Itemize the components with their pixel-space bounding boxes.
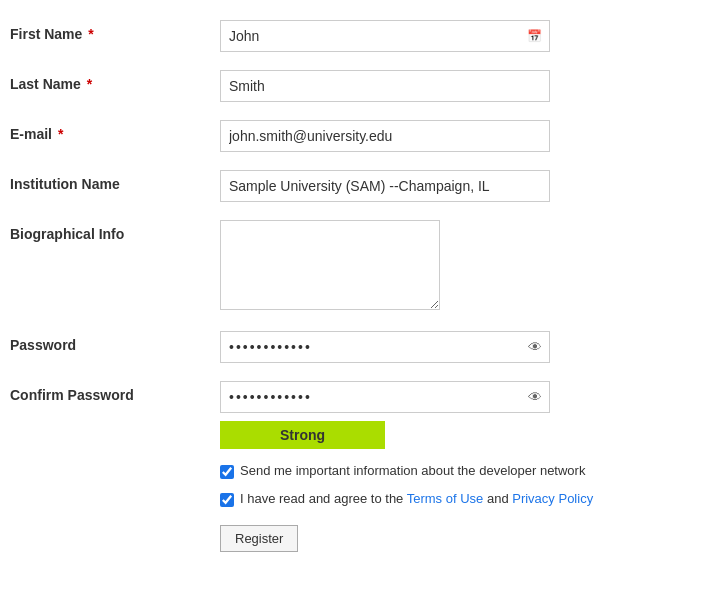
terms-link[interactable]: Terms of Use: [407, 491, 484, 506]
first-name-field: 📅: [220, 20, 706, 52]
institution-input[interactable]: [220, 170, 550, 202]
bio-row: Biographical Info: [10, 220, 706, 313]
register-button-wrapper: Register: [220, 519, 706, 552]
eye-icon[interactable]: 👁: [528, 339, 542, 355]
required-star: *: [84, 26, 93, 42]
eye-icon-2[interactable]: 👁: [528, 389, 542, 405]
required-star-2: *: [83, 76, 92, 92]
confirm-password-row: Confirm Password 👁 Strong Send me import…: [10, 381, 706, 552]
registration-form: First Name * 📅 Last Name * E-mail * Inst…: [10, 20, 706, 552]
confirm-password-field: 👁 Strong Send me important information a…: [220, 381, 706, 552]
newsletter-checkbox-row: Send me important information about the …: [220, 463, 706, 479]
email-label: E-mail *: [10, 120, 220, 142]
email-field: [220, 120, 706, 152]
register-button[interactable]: Register: [220, 525, 298, 552]
last-name-input[interactable]: [220, 70, 550, 102]
confirm-password-input[interactable]: [220, 381, 550, 413]
password-row: Password 👁: [10, 331, 706, 363]
first-name-row: First Name * 📅: [10, 20, 706, 52]
email-row: E-mail *: [10, 120, 706, 152]
institution-row: Institution Name: [10, 170, 706, 202]
newsletter-label: Send me important information about the …: [240, 463, 585, 478]
required-star-3: *: [54, 126, 63, 142]
bio-label: Biographical Info: [10, 220, 220, 242]
privacy-link[interactable]: Privacy Policy: [512, 491, 593, 506]
email-input[interactable]: [220, 120, 550, 152]
checkboxes-section: Send me important information about the …: [220, 463, 706, 552]
confirm-password-label: Confirm Password: [10, 381, 220, 403]
newsletter-checkbox[interactable]: [220, 465, 234, 479]
password-label: Password: [10, 331, 220, 353]
bio-textarea[interactable]: [220, 220, 440, 310]
last-name-row: Last Name *: [10, 70, 706, 102]
calendar-icon: 📅: [527, 29, 542, 43]
password-strength-bar: Strong: [220, 421, 385, 449]
first-name-label: First Name *: [10, 20, 220, 42]
password-input[interactable]: [220, 331, 550, 363]
bio-field: [220, 220, 706, 313]
first-name-input[interactable]: [220, 20, 550, 52]
password-field: 👁: [220, 331, 706, 363]
institution-label: Institution Name: [10, 170, 220, 192]
last-name-field: [220, 70, 706, 102]
institution-field: [220, 170, 706, 202]
terms-label: I have read and agree to the Terms of Us…: [240, 491, 593, 506]
last-name-label: Last Name *: [10, 70, 220, 92]
terms-checkbox[interactable]: [220, 493, 234, 507]
terms-checkbox-row: I have read and agree to the Terms of Us…: [220, 491, 706, 507]
